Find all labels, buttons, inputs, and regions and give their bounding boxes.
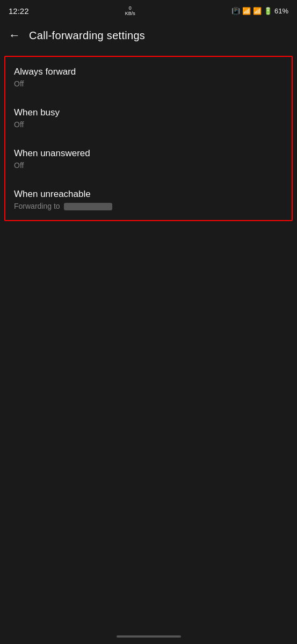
when-unanswered-item[interactable]: When unanswered Off bbox=[5, 138, 292, 179]
wifi-icon: 📶 bbox=[242, 7, 251, 15]
battery-icon: 🔋 bbox=[264, 7, 272, 15]
status-time: 12:22 bbox=[9, 6, 29, 16]
vibrate-icon: 📳 bbox=[231, 7, 240, 15]
when-unreachable-value: Forwarding to bbox=[14, 202, 283, 210]
always-forward-item[interactable]: Always forward Off bbox=[5, 57, 292, 98]
when-unreachable-title: When unreachable bbox=[14, 189, 283, 200]
when-busy-value: Off bbox=[14, 120, 283, 129]
status-bar: 12:22 0 KB/s 📳 📶 📶 🔋 61% bbox=[0, 0, 297, 19]
when-unreachable-item[interactable]: When unreachable Forwarding to bbox=[5, 179, 292, 220]
always-forward-title: Always forward bbox=[14, 67, 283, 77]
forwarding-number-blurred bbox=[64, 203, 112, 210]
when-busy-item[interactable]: When busy Off bbox=[5, 98, 292, 138]
settings-content: Always forward Off When busy Off When un… bbox=[0, 52, 297, 225]
status-right: 📳 📶 📶 🔋 61% bbox=[231, 7, 288, 15]
when-unanswered-title: When unanswered bbox=[14, 148, 283, 159]
when-unanswered-value: Off bbox=[14, 161, 283, 170]
battery-percent: 61% bbox=[274, 7, 288, 15]
when-busy-title: When busy bbox=[14, 107, 283, 118]
page-title: Call-forwarding settings bbox=[29, 30, 145, 42]
home-bar bbox=[117, 635, 181, 638]
settings-group: Always forward Off When busy Off When un… bbox=[4, 56, 293, 221]
header: ← Call-forwarding settings bbox=[0, 19, 297, 52]
signal-icon: 📶 bbox=[253, 7, 262, 15]
forwarding-to-label: Forwarding to bbox=[14, 202, 60, 210]
back-button[interactable]: ← bbox=[9, 28, 20, 42]
always-forward-value: Off bbox=[14, 79, 283, 88]
status-data-speed: 0 KB/s bbox=[125, 5, 135, 16]
